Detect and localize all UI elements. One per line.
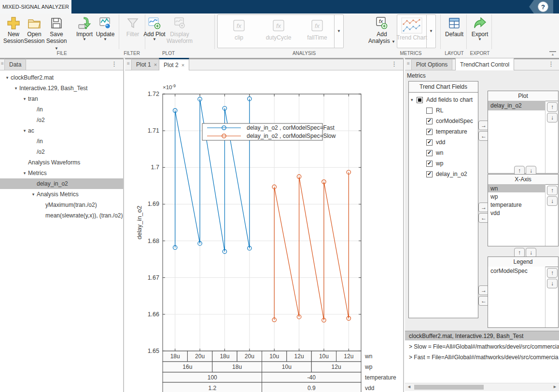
info-line-fast[interactable]: > Fast = File=All#Global#/mathworks/deve… xyxy=(409,354,559,363)
tab-data[interactable]: Data xyxy=(4,58,26,70)
import-label: Import xyxy=(76,31,93,38)
field-checkbox-row[interactable]: ✓corModelSpec xyxy=(409,116,478,126)
list-item[interactable]: wp xyxy=(488,192,545,201)
kebab-menu-icon[interactable]: ⋮ xyxy=(391,60,397,68)
ribbon-separator xyxy=(214,14,215,49)
checkbox-icon[interactable]: ✓ xyxy=(426,171,433,177)
xaxis-up-button[interactable]: ↑ xyxy=(547,186,558,195)
list-item[interactable]: vdd xyxy=(488,209,545,217)
panel-grip-icon[interactable]: ≡ xyxy=(1,61,4,66)
field-checkbox-row[interactable]: ▾Add fields to chart xyxy=(409,95,478,105)
fx-icon: fx xyxy=(232,17,246,34)
collapse-ribbon-button[interactable]: ▲ xyxy=(549,51,556,56)
tree-item[interactable]: ▾clockBuffer2.mat xyxy=(0,72,123,83)
tab-trendchart-control[interactable]: TrendChart Control xyxy=(455,58,514,70)
export-dropdown-caret[interactable]: ▼ xyxy=(478,38,482,41)
kebab-menu-icon[interactable]: ⋮ xyxy=(111,60,117,68)
field-checkbox-row[interactable]: ✓wp xyxy=(409,158,478,169)
tab-plot-2[interactable]: Plot 2× xyxy=(159,58,189,70)
tree-item[interactable]: ▾Analysis Metrics xyxy=(0,189,123,200)
xaxis-reorder-down-button[interactable]: ↓ xyxy=(526,248,536,257)
add-analysis-dropdown-caret[interactable]: ▼ xyxy=(391,40,395,44)
kebab-menu-icon[interactable]: ⋮ xyxy=(548,60,554,68)
tree-item[interactable]: ▾Metrics xyxy=(0,168,123,178)
field-checkbox-row[interactable]: ✓vdd xyxy=(409,137,478,148)
plot-down-button[interactable]: ↓ xyxy=(547,113,558,122)
tree-item[interactable]: Analysis Waveforms xyxy=(0,157,123,168)
xaxis-down-button[interactable]: ↓ xyxy=(547,196,558,206)
checkbox-icon[interactable]: ✓ xyxy=(426,150,433,156)
tree-item[interactable]: yMaximum(tran./o2) xyxy=(0,200,123,210)
scrollbar-thumb[interactable] xyxy=(414,385,484,390)
list-item[interactable]: wn xyxy=(488,184,545,192)
checkbox-icon[interactable]: ✓ xyxy=(426,139,433,146)
close-icon[interactable]: × xyxy=(182,62,184,68)
scroll-right-icon[interactable]: ► xyxy=(553,384,557,389)
legend-down-button[interactable]: ↓ xyxy=(547,279,558,288)
tree-expanded-icon[interactable]: ▾ xyxy=(13,86,19,91)
update-button[interactable]: Update ▼ xyxy=(93,15,118,41)
legend-up-button[interactable]: ↑ xyxy=(547,268,558,278)
update-dropdown-caret[interactable]: ▼ xyxy=(103,38,107,41)
save-session-button[interactable]: Save Session ▼ xyxy=(44,15,69,51)
tab-plot-1[interactable]: Plot 1× xyxy=(131,58,162,70)
checkbox-icon[interactable] xyxy=(426,108,433,114)
tree-item[interactable]: /o2 xyxy=(0,115,123,125)
tree-expanded-icon[interactable]: ▾ xyxy=(21,128,28,133)
tree-expanded-icon[interactable]: ▾ xyxy=(30,192,37,197)
plot-panel-tabbar: ≡ Plot 1× Plot 2× ⋮ xyxy=(125,58,403,70)
field-checkbox-row[interactable]: ✓temperature xyxy=(409,126,478,137)
xaxis-list: wnwptemperaturevdd xyxy=(488,184,545,246)
panel-grip-icon[interactable]: ≡ xyxy=(407,61,410,66)
plot-up-button[interactable]: ↑ xyxy=(547,102,558,112)
panel-grip-icon[interactable]: ≡ xyxy=(127,61,130,66)
field-checkbox-row[interactable]: ✓wn xyxy=(409,148,478,158)
scroll-left-icon[interactable]: ◄ xyxy=(407,384,411,389)
checkbox-icon[interactable]: ✓ xyxy=(426,118,433,124)
tree-expanded-icon[interactable]: ▾ xyxy=(411,97,417,102)
trend-chart[interactable]: 1.721.711.71.691.681.671.661.65×10-9dela… xyxy=(125,70,403,392)
svg-text:0.9: 0.9 xyxy=(307,385,316,392)
tree-item[interactable]: mean(slewrate(y,x)), (tran./o2) xyxy=(0,210,123,221)
open-session-button[interactable]: Open Session xyxy=(22,15,47,44)
tree-item[interactable]: /o2 xyxy=(0,147,123,157)
tree-expanded-icon[interactable]: ▾ xyxy=(21,96,28,101)
checkbox-icon[interactable]: ✓ xyxy=(426,129,433,135)
field-checkbox-row[interactable]: ✓delay_in_o2 xyxy=(409,169,478,179)
tree-item[interactable]: /in xyxy=(0,136,123,147)
close-icon[interactable]: × xyxy=(154,62,157,68)
display-waveform-icon xyxy=(172,15,187,31)
add-analysis-button[interactable]: fx Add Analysis ▼ xyxy=(368,15,396,44)
save-dropdown-caret[interactable]: ▼ xyxy=(55,46,58,51)
list-item[interactable]: temperature xyxy=(488,201,545,209)
tree-expanded-icon[interactable]: ▾ xyxy=(21,171,28,176)
checkbox-icon[interactable] xyxy=(417,97,423,103)
xaxis-reorder-up-button[interactable]: ↑ xyxy=(514,248,525,257)
tab-plot-options[interactable]: Plot Options xyxy=(411,58,452,70)
list-item[interactable]: corModelSpec xyxy=(488,267,545,275)
app-tab[interactable]: MIXED-SIGNAL ANALYZER xyxy=(0,0,71,14)
field-checkbox-row[interactable]: RL xyxy=(409,105,478,116)
tree-item[interactable]: ▾ac xyxy=(0,125,123,136)
tree-item[interactable]: ▾Interactive.129, Bash_Test xyxy=(0,83,123,94)
analysis-gallery-expand[interactable]: ▼ xyxy=(334,15,343,48)
export-button[interactable]: Export ▼ xyxy=(467,15,492,41)
xaxis-box: X-Axis wnwptemperaturevdd ↑ ↓ xyxy=(488,174,559,246)
horizontal-scrollbar[interactable]: ◄ ► xyxy=(405,383,559,391)
help-button[interactable]: ? xyxy=(529,0,553,14)
import-dropdown-caret[interactable]: ▼ xyxy=(83,38,86,41)
tree-item-label: mean(slewrate(y,x)), (tran./o2) xyxy=(45,212,123,219)
info-line-slow[interactable]: > Slow = File=All#Global#/mathworks/deve… xyxy=(409,343,559,352)
tree-item[interactable]: /in xyxy=(0,104,123,115)
tree-item[interactable]: delay_in_o2 xyxy=(0,178,123,189)
default-layout-button[interactable]: Default xyxy=(442,15,467,38)
metrics-gallery-expand[interactable]: ▼ xyxy=(426,15,435,48)
tree-item[interactable]: ▾tran xyxy=(0,94,123,104)
tree-expanded-icon[interactable]: ▾ xyxy=(4,75,11,80)
plot-panel: ≡ Plot 1× Plot 2× ⋮ 1.721.711.71.691.681… xyxy=(125,58,404,392)
add-plot-dropdown-caret[interactable]: ▼ xyxy=(153,38,156,41)
svg-text:100: 100 xyxy=(208,374,217,381)
list-item[interactable]: delay_in_o2 xyxy=(488,101,545,110)
tree-item-label: delay_in_o2 xyxy=(37,180,68,187)
checkbox-icon[interactable]: ✓ xyxy=(426,161,433,167)
